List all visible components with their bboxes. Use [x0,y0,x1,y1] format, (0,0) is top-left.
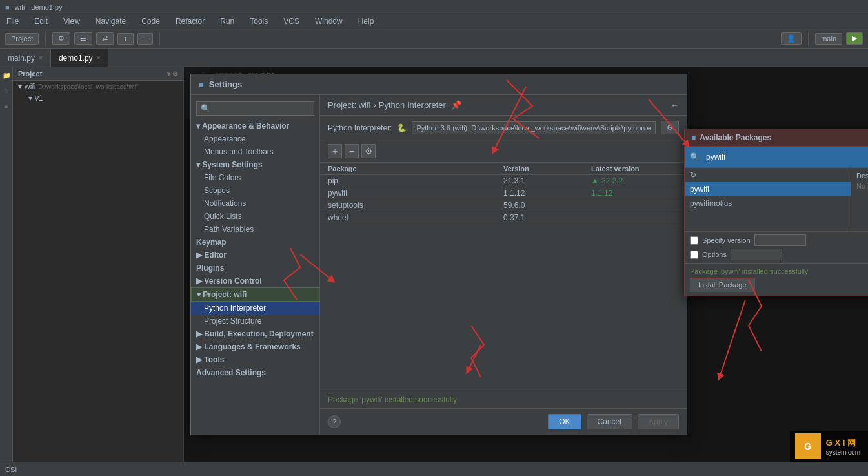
menu-code[interactable]: Code [137,16,164,27]
nav-build-execution[interactable]: ▶ Build, Execution, Deployment [191,327,319,340]
add-package-btn[interactable]: + [328,144,342,158]
avail-pkg-row-pywifi[interactable]: pywifi [685,182,851,196]
tree-path-wifi: D:\workspace\local_workspace\wifi [38,83,138,90]
pkg-row-wheel[interactable]: wheel 0.37.1 [320,212,687,224]
nav-advanced-settings[interactable]: Advanced Settings [191,366,319,379]
menu-refactor[interactable]: Refactor [172,16,208,27]
nav-group-system-settings[interactable]: ▾ System Settings [191,158,319,171]
tree-item-v1[interactable]: ▾ v1 [13,92,183,104]
settings-btn[interactable]: ⚙ [52,32,70,45]
nav-python-interpreter[interactable]: Python Interpreter [191,302,319,315]
tab-main-py[interactable]: main.py × [0,49,51,67]
nav-group-project-wifi[interactable]: ▾ Project: wifi [191,287,319,302]
options-checkbox[interactable] [690,251,698,259]
pkg-row-setuptools[interactable]: setuptools 59.6.0 [320,200,687,212]
refresh-icon[interactable]: ↻ [690,171,696,180]
nav-notifications[interactable]: Notifications [191,197,319,210]
avail-pkg-description: Description No information available [851,168,868,231]
add-btn[interactable]: + [117,33,133,45]
menu-view[interactable]: View [59,16,84,27]
avail-pkg-row-pywifimotius[interactable]: pywifimotius [685,196,851,211]
settings-search[interactable] [191,98,319,119]
settings-content-footer: Package 'pywifi' installed successfully [320,391,687,408]
nav-languages-frameworks[interactable]: ▶ Languages & Frameworks [191,340,319,353]
interpreter-select[interactable] [412,121,656,134]
col-version: Version [503,165,591,172]
nav-keymap[interactable]: Keymap [191,236,319,249]
sidebar-icon-project[interactable]: 📁 [1,70,12,80]
nav-quick-lists[interactable]: Quick Lists [191,210,319,223]
run-btn[interactable]: ▶ [846,32,863,45]
pkg-latest-pip: ▲ 22.2.2 [591,176,679,185]
navigate-btn[interactable]: ⇄ [96,32,114,45]
project-dropdown[interactable]: Project [5,33,39,45]
nav-group-appearance-behavior[interactable]: ▾ Appearance & Behavior [191,119,319,132]
pkg-table-header: Package Version Latest version [320,163,687,175]
pkg-row-pywifi[interactable]: pywifi 1.1.12 1.1.12 [320,187,687,200]
specify-version-input[interactable] [754,234,806,246]
pkg-latest-pywifi: 1.1.12 [591,189,679,198]
avail-pkg-body: ↻ pywifi pywifimotius Description No inf… [685,168,868,231]
nav-appearance[interactable]: Appearance [191,132,319,145]
toolbar-separator-2 [159,32,160,45]
col-package: Package [328,165,503,172]
install-package-button[interactable]: Install Package [690,278,755,292]
settings-search-input[interactable] [196,101,314,116]
sidebar-icon-structure[interactable]: ≡ [1,101,12,111]
menu-edit[interactable]: Edit [30,16,52,27]
minus-btn[interactable]: − [137,33,153,45]
specify-version-checkbox[interactable] [690,236,698,245]
status-left: CSI [5,466,17,473]
project-tree: ▾ wifi D:\workspace\local_workspace\wifi… [13,81,183,476]
project-panel-header: Project ▾ ⚙ [13,67,183,81]
menu-navigate[interactable]: Navigate [92,16,130,27]
branch-btn[interactable]: main [815,33,842,45]
structure-btn[interactable]: ☰ [74,32,92,45]
watermark-brand-text: G X I 网 [826,437,860,449]
interpreter-settings-btn[interactable]: ⚙ [661,121,679,134]
menu-file[interactable]: File [3,16,23,27]
avail-pkg-options: Specify version Options [685,231,868,263]
settings-body: ▾ Appearance & Behavior Appearance Menus… [191,95,687,435]
tree-item-wifi[interactable]: ▾ wifi D:\workspace\local_workspace\wifi [13,81,183,92]
success-message: Package 'pywifi' installed successfully [328,395,457,404]
nav-file-colors[interactable]: File Colors [191,171,319,184]
user-btn[interactable]: 👤 [781,32,802,45]
help-button[interactable]: ? [328,415,341,428]
menu-vcs[interactable]: VCS [279,16,303,27]
cancel-button[interactable]: Cancel [587,414,632,429]
nav-scopes[interactable]: Scopes [191,184,319,197]
nav-version-control[interactable]: ▶ Version Control [191,274,319,287]
tab-demo1-py[interactable]: demo1.py × [51,49,109,67]
settings-close-icon[interactable]: ← [671,100,679,110]
pkg-row-pip[interactable]: pip 21.3.1 ▲ 22.2.2 [320,175,687,187]
apply-button[interactable]: Apply [638,414,679,429]
nav-path-variables[interactable]: Path Variables [191,223,319,236]
pkg-name-pip: pip [328,176,503,185]
nav-project-structure[interactable]: Project Structure [191,315,319,327]
avail-pkg-success-msg: Package 'pywifi' installed successfully [690,267,868,275]
nav-editor[interactable]: ▶ Editor [191,249,319,262]
avail-pkg-search-input[interactable] [702,150,868,163]
tab-demo1-py-close[interactable]: × [97,54,101,61]
code-area[interactable]: 1 2 3 4 import pywifi from pywifi import… [184,67,868,476]
menu-tools[interactable]: Tools [246,16,272,27]
nav-menus-toolbars[interactable]: Menus and Toolbars [191,145,319,158]
settings-sidebar: ▾ Appearance & Behavior Appearance Menus… [191,95,320,435]
options-input[interactable] [731,249,782,260]
tree-arrow-wifi: ▾ [18,82,22,91]
sidebar-icon-bookmark[interactable]: ☆ [1,85,12,96]
nav-plugins[interactable]: Plugins [191,262,319,274]
tree-arrow-v1: ▾ [28,94,32,103]
refresh-packages-btn[interactable]: ⚙ [361,144,376,158]
nav-tools[interactable]: ▶ Tools [191,353,319,366]
watermark-brand: G [804,441,811,451]
remove-package-btn[interactable]: − [345,144,359,158]
specify-version-label: Specify version [702,236,751,244]
avail-pkg-footer: Package 'pywifi' installed successfully … [685,263,868,296]
menu-run[interactable]: Run [216,16,238,27]
menu-help[interactable]: Help [354,16,378,27]
ok-button[interactable]: OK [548,414,581,429]
menu-window[interactable]: Window [311,16,347,27]
tab-main-py-close[interactable]: × [39,54,43,61]
